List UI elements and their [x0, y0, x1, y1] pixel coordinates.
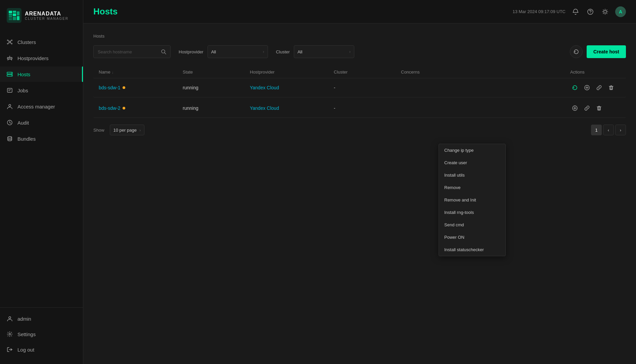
sidebar-logo: ARENADATA CLUSTER MANAGER	[0, 0, 83, 31]
sidebar-item-hosts-label: Hosts	[17, 72, 30, 77]
dropdown-item-install-rng-tools[interactable]: Install rng-tools	[439, 206, 505, 219]
svg-point-24	[9, 58, 10, 59]
user-avatar[interactable]: A	[615, 6, 626, 17]
hostprovider-select[interactable]: All ›	[208, 45, 268, 58]
search-input[interactable]	[98, 49, 158, 54]
settings-icon	[7, 331, 13, 337]
sidebar-nav: Clusters Hostproviders Hosts	[0, 31, 83, 307]
svg-point-13	[7, 43, 8, 44]
col-state: State	[183, 70, 250, 75]
hostprovider-label: Hostprovider	[179, 49, 203, 54]
svg-point-29	[11, 75, 12, 76]
dropdown-item-change-ip-type[interactable]: Change ip type	[439, 144, 505, 156]
table-row: bds-sdw-2 running Yandex Cloud -	[93, 99, 626, 118]
sidebar-item-admin-label: admin	[17, 316, 31, 322]
prev-page-button[interactable]: ‹	[603, 125, 614, 135]
sidebar-item-admin[interactable]: admin	[0, 311, 83, 326]
pagination-controls: 1 ‹ ›	[591, 125, 626, 135]
action-link-icon-2[interactable]	[582, 103, 592, 113]
dropdown-item-remove-and-init[interactable]: Remove and Init	[439, 194, 505, 206]
page-btn-1[interactable]: 1	[591, 125, 602, 135]
help-icon[interactable]	[586, 7, 595, 16]
host-link-1[interactable]: bds-sdw-1	[99, 85, 121, 90]
svg-rect-6	[13, 13, 16, 16]
status-dot-1	[123, 86, 125, 89]
col-actions: Actions	[570, 70, 621, 75]
sort-icon-name[interactable]: ↓	[112, 70, 114, 74]
dropdown-item-install-statuschecker[interactable]: Install statuschecker	[439, 243, 505, 256]
sidebar: ARENADATA CLUSTER MANAGER Clusters	[0, 0, 83, 364]
svg-point-36	[9, 317, 11, 319]
dropdown-item-remove[interactable]: Remove	[439, 181, 505, 194]
logout-icon	[7, 347, 13, 353]
sidebar-item-clusters[interactable]: Clusters	[0, 34, 83, 50]
action-refresh-icon-1[interactable]	[570, 83, 580, 92]
action-link-icon-1[interactable]	[594, 83, 604, 92]
show-label: Show	[93, 128, 104, 133]
dropdown-item-power-on[interactable]: Power ON	[439, 231, 505, 243]
hostproviders-icon	[7, 55, 13, 61]
logo-icon	[7, 8, 21, 23]
logo-main-text: ARENADATA	[25, 11, 69, 17]
refresh-button[interactable]	[570, 45, 583, 58]
sidebar-item-settings[interactable]: Settings	[0, 326, 83, 342]
clusters-icon	[7, 39, 13, 45]
theme-icon[interactable]	[600, 7, 610, 16]
host-cluster-2: -	[334, 105, 401, 111]
svg-line-43	[165, 53, 166, 54]
svg-line-17	[8, 43, 9, 44]
table-header: Name ↓ State Hostprovider Cluster Concer…	[93, 66, 626, 78]
hosts-table: Name ↓ State Hostprovider Cluster Concer…	[93, 66, 626, 118]
host-name-2: bds-sdw-2	[99, 105, 183, 111]
sidebar-item-hostproviders[interactable]: Hostproviders	[0, 50, 83, 66]
notifications-icon[interactable]	[571, 7, 580, 16]
action-add-icon-1[interactable]	[582, 83, 592, 92]
per-page-select[interactable]: 10 per page ›	[110, 125, 145, 135]
access-manager-icon	[7, 103, 13, 109]
svg-rect-30	[7, 88, 12, 92]
sidebar-item-hostproviders-label: Hostproviders	[17, 55, 49, 61]
main-area: Hosts 13 Mar 2024 09:17:09 UTC A Hosts	[83, 0, 636, 364]
svg-point-28	[11, 73, 12, 74]
host-link-2[interactable]: bds-sdw-2	[99, 105, 121, 111]
dropdown-item-send-cmd[interactable]: Send cmd	[439, 219, 505, 231]
action-delete-icon-1[interactable]	[606, 83, 616, 92]
sidebar-item-clusters-label: Clusters	[17, 39, 36, 45]
cluster-value: All	[298, 49, 302, 54]
cluster-select[interactable]: All ›	[294, 45, 354, 58]
sidebar-item-bundles[interactable]: Bundles	[0, 131, 83, 146]
svg-rect-8	[17, 11, 19, 15]
row-actions-1	[570, 83, 621, 92]
col-hostprovider: Hostprovider	[250, 70, 334, 75]
sidebar-item-jobs-label: Jobs	[17, 88, 28, 93]
svg-rect-9	[17, 16, 19, 20]
action-delete-icon-2[interactable]	[594, 103, 604, 113]
hosts-icon	[7, 71, 13, 77]
svg-point-12	[11, 40, 12, 41]
host-hostprovider-1[interactable]: Yandex Cloud	[250, 85, 334, 90]
host-state-1: running	[183, 85, 250, 90]
sidebar-item-jobs[interactable]: Jobs	[0, 83, 83, 98]
create-host-button[interactable]: Create host	[587, 45, 626, 58]
svg-point-41	[604, 10, 606, 13]
page-title: Hosts	[93, 6, 118, 17]
sidebar-item-audit[interactable]: Audit	[0, 115, 83, 130]
per-page-chevron-icon: ›	[139, 128, 141, 133]
next-page-button[interactable]: ›	[615, 125, 626, 135]
search-box[interactable]	[93, 45, 171, 58]
svg-line-15	[8, 41, 9, 42]
svg-rect-1	[9, 11, 12, 13]
svg-rect-7	[13, 17, 16, 20]
context-dropdown: Change ip type Create user Install utils…	[439, 144, 506, 256]
dropdown-item-create-user[interactable]: Create user	[439, 156, 505, 169]
cluster-label: Cluster	[276, 49, 290, 54]
host-name-1: bds-sdw-1	[99, 85, 183, 90]
datetime-display: 13 Mar 2024 09:17:09 UTC	[512, 9, 565, 14]
sidebar-item-access-manager[interactable]: Access manager	[0, 99, 83, 114]
host-hostprovider-2[interactable]: Yandex Cloud	[250, 105, 334, 111]
sidebar-item-logout[interactable]: Log out	[0, 342, 83, 357]
dropdown-scroll[interactable]: Change ip type Create user Install utils…	[439, 144, 505, 256]
sidebar-item-hosts[interactable]: Hosts	[0, 66, 83, 82]
dropdown-item-install-utils[interactable]: Install utils	[439, 169, 505, 181]
action-add-icon-2[interactable]	[570, 103, 580, 113]
